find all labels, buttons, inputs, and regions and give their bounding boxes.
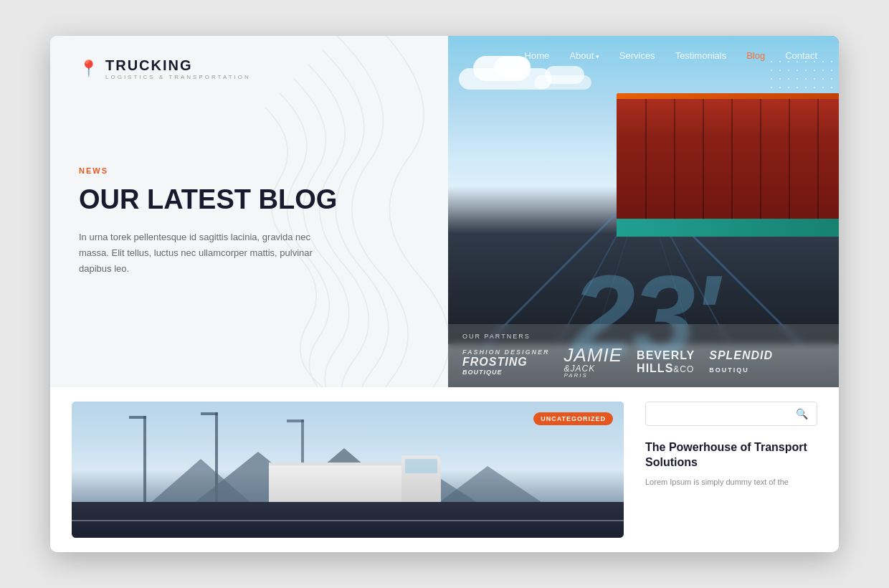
blog-pole-arm-3 (287, 419, 304, 422)
truck-cargo (617, 93, 839, 237)
nav-testimonials[interactable]: Testimonials (675, 50, 727, 61)
sidebar: 🔍 The Powerhouse of Transport Solutions … (645, 402, 817, 538)
partner-frosting: FASHION DESIGNER FROSTING Boutique (462, 348, 550, 376)
partner-beverly: BEVERLYHILLS&CO (637, 349, 695, 374)
right-panel: 23' (448, 36, 839, 387)
blog-heading: OUR LATEST BLOG (79, 185, 419, 215)
blog-road (72, 502, 624, 538)
left-content: NEWS OUR LATEST BLOG In urna torek pelle… (79, 166, 419, 277)
sidebar-post: The Powerhouse of Transport Solutions Lo… (645, 440, 817, 488)
partners-section: OUR PARTNERS FASHION DESIGNER FROSTING B… (448, 324, 839, 387)
partner-splendid: splendidBOUTIQU (709, 349, 773, 375)
blog-truck-container (269, 463, 412, 502)
search-input[interactable] (655, 409, 796, 419)
navbar: Home About Services Testimonials Blog Co… (448, 36, 839, 75)
partner-jj: Jamie &Jack PARIS (564, 346, 623, 379)
logo-area[interactable]: 📍 TRUCKING LOGISTICS & TRANSPORTATION (79, 57, 419, 80)
search-box[interactable]: 🔍 (645, 402, 817, 426)
bottom-section: UNCATEGORIZED 🔍 The Powerhouse of Transp… (50, 387, 839, 552)
left-panel: 📍 TRUCKING LOGISTICS & TRANSPORTATION NE… (50, 36, 448, 387)
blog-description: In urna torek pellentesque id sagittis l… (79, 229, 323, 277)
news-label: NEWS (79, 166, 419, 175)
nav-about[interactable]: About (569, 50, 599, 61)
nav-services[interactable]: Services (619, 50, 655, 61)
logo-sub: LOGISTICS & TRANSPORTATION (105, 74, 251, 80)
blog-card[interactable]: UNCATEGORIZED (72, 402, 624, 538)
nav-blog[interactable]: Blog (746, 50, 765, 61)
top-section: 📍 TRUCKING LOGISTICS & TRANSPORTATION NE… (50, 36, 839, 387)
sidebar-post-desc: Lorem Ipsum is simply dummy text of the (645, 476, 817, 489)
blog-pole-arm-2 (201, 412, 218, 415)
nav-items: Home About Services Testimonials Blog Co… (525, 50, 817, 61)
search-icon[interactable]: 🔍 (796, 408, 808, 419)
partners-label: OUR PARTNERS (462, 333, 824, 340)
logo-text: TRUCKING LOGISTICS & TRANSPORTATION (105, 57, 251, 80)
nav-contact[interactable]: Contact (785, 50, 817, 61)
logo-main: TRUCKING (105, 57, 251, 74)
blog-pole-arm-1 (129, 416, 146, 419)
category-badge[interactable]: UNCATEGORIZED (533, 412, 613, 425)
sidebar-post-title: The Powerhouse of Transport Solutions (645, 440, 817, 470)
browser-window: 📍 TRUCKING LOGISTICS & TRANSPORTATION NE… (50, 36, 839, 552)
nav-home[interactable]: Home (525, 50, 550, 61)
logo-icon: 📍 (79, 60, 98, 78)
partners-logos: FASHION DESIGNER FROSTING Boutique Jamie… (462, 346, 824, 379)
